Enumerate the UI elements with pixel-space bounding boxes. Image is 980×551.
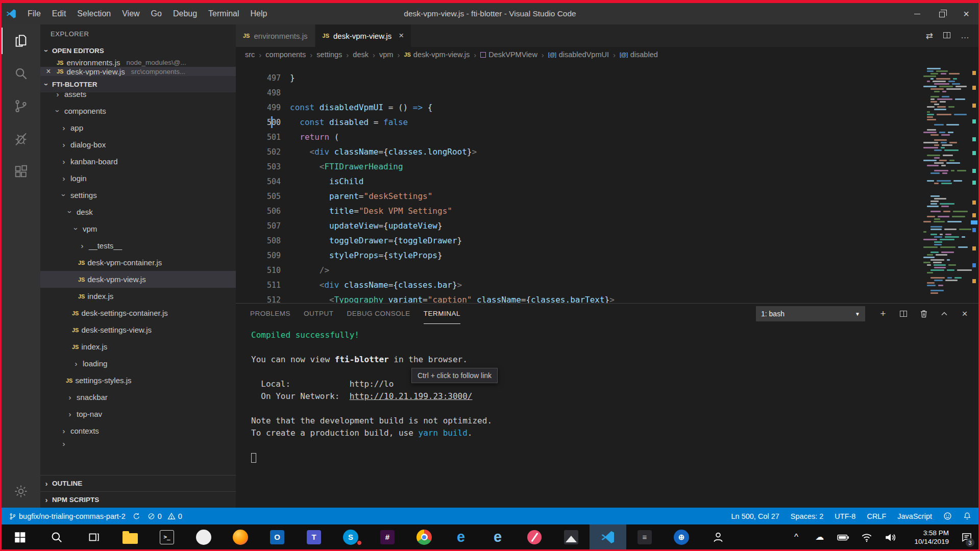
notifications-bell-icon[interactable] — [963, 512, 971, 520]
tree-folder-vpm[interactable]: ›vpm — [40, 220, 236, 237]
tree-file-index.js[interactable]: JSindex.js — [40, 288, 236, 305]
start-button[interactable] — [2, 524, 38, 549]
panel-tab-debug-console[interactable]: DEBUG CONSOLE — [347, 304, 410, 324]
code-line-505[interactable]: 505 parent="deskSettings" — [236, 189, 978, 204]
problems-indicator[interactable]: 0 0 — [148, 512, 182, 520]
code-line-497[interactable]: 497} — [236, 70, 978, 85]
git-branch-indicator[interactable]: bugfix/no-trialing-commas-part-2 — [9, 512, 126, 520]
terminal-picker[interactable]: 1: bash ▼ — [756, 306, 865, 321]
maximize-panel-icon[interactable] — [939, 310, 950, 318]
tab-desk-vpm-view.js[interactable]: JSdesk-vpm-view.js× — [315, 24, 412, 47]
close-editor-icon[interactable]: × — [43, 67, 54, 76]
tab-environments.js[interactable]: JSenvironments.js — [236, 24, 315, 47]
internet-explorer-icon[interactable]: e — [479, 524, 516, 549]
code-line-499[interactable]: 499const disabledVpmUI = () => { — [236, 100, 978, 115]
tree-file-desk-vpm-container.js[interactable]: JSdesk-vpm-container.js — [40, 254, 236, 271]
tree-folder-components[interactable]: ›components — [40, 103, 236, 119]
menu-file[interactable]: File — [22, 3, 46, 24]
task-view-button[interactable] — [75, 524, 112, 549]
code-line-512[interactable]: 512 <Typography variant="caption" classN… — [236, 292, 978, 303]
network-icon[interactable] — [855, 524, 878, 549]
tree-folder-settings[interactable]: ›settings — [40, 187, 236, 204]
open-editors-header[interactable]: › OPEN EDITORS — [40, 43, 236, 58]
vscode-icon[interactable] — [590, 524, 626, 549]
more-actions-icon[interactable]: … — [961, 31, 969, 41]
code-line-500[interactable]: 500 const disabled = false — [236, 115, 978, 130]
encoding[interactable]: UTF-8 — [835, 512, 855, 520]
pinned-app-icon[interactable]: ≡ — [626, 524, 663, 549]
outline-section-header[interactable]: › OUTLINE — [40, 475, 236, 491]
tree-folder-kanban-board[interactable]: ›kanban-board — [40, 153, 236, 170]
tree-folder-desk[interactable]: ›desk — [40, 204, 236, 220]
new-terminal-icon[interactable]: + — [877, 308, 889, 319]
open-editor-item[interactable]: ×JSdesk-vpm-view.jssrc\components... — [40, 67, 236, 76]
kill-terminal-icon[interactable] — [918, 309, 929, 318]
hidden-icons-chevron[interactable]: ^ — [785, 524, 808, 549]
globe-app-icon[interactable]: ⊕ — [663, 524, 700, 549]
tree-folder-dialog-box[interactable]: ›dialog-box — [40, 136, 236, 153]
menu-edit[interactable]: Edit — [46, 3, 72, 24]
code-line-506[interactable]: 506 title="Desk VPM Settings" — [236, 204, 978, 218]
snip-sketch-icon[interactable] — [516, 524, 553, 549]
activity-settings-gear-icon[interactable] — [2, 475, 40, 508]
github-desktop-icon[interactable] — [185, 524, 222, 549]
panel-tab-problems[interactable]: PROBLEMS — [250, 304, 290, 324]
tree-folder-app[interactable]: ›app — [40, 119, 236, 136]
project-section-header[interactable]: › FTI-BLOTTER — [40, 76, 236, 92]
activity-search-icon[interactable] — [2, 57, 40, 90]
volume-icon[interactable] — [878, 524, 902, 549]
tree-file-desk-vpm-view.js[interactable]: JSdesk-vpm-view.js — [40, 271, 236, 288]
battery-icon[interactable] — [831, 524, 855, 549]
tree-file-index.js[interactable]: JSindex.js — [40, 338, 236, 355]
close-panel-icon[interactable]: × — [959, 308, 970, 319]
split-terminal-icon[interactable] — [898, 311, 909, 317]
tree-folder-partial[interactable]: › — [40, 439, 236, 446]
tree-folder-login[interactable]: ›login — [40, 170, 236, 187]
code-line-508[interactable]: 508 toggleDrawer={toggleDrawer} — [236, 233, 978, 248]
menu-view[interactable]: View — [116, 3, 145, 24]
tree-folder-top-nav[interactable]: ›top-nav — [40, 406, 236, 422]
code-line-502[interactable]: 502 <div className={classes.longRoot}> — [236, 144, 978, 159]
breadcrumb-item-settings[interactable]: settings — [316, 51, 342, 59]
breadcrumb-item-components[interactable]: components — [265, 51, 306, 59]
tree-file-settings-styles.js[interactable]: JSsettings-styles.js — [40, 372, 236, 389]
outlook-icon[interactable]: O — [259, 524, 296, 549]
minimap[interactable] — [921, 62, 970, 303]
taskbar-clock[interactable]: 3:58 PM 10/14/2019 — [902, 524, 955, 549]
menu-selection[interactable]: Selection — [71, 3, 116, 24]
menu-help[interactable]: Help — [245, 3, 273, 24]
panel-tab-terminal[interactable]: TERMINAL — [424, 304, 460, 324]
photos-icon[interactable] — [553, 524, 590, 549]
tree-folder-assets[interactable]: ›assets — [40, 92, 236, 103]
eol-sequence[interactable]: CRLF — [867, 512, 886, 520]
onedrive-icon[interactable]: ☁ — [808, 524, 831, 549]
split-editor-icon[interactable] — [943, 31, 950, 41]
chrome-icon[interactable] — [406, 524, 443, 549]
npm-scripts-section-header[interactable]: › NPM SCRIPTS — [40, 491, 236, 508]
skype-icon[interactable]: S — [332, 524, 369, 549]
breadcrumb-item-src[interactable]: src — [245, 51, 255, 59]
code-editor[interactable]: 497}498499const disabledVpmUI = () => {5… — [236, 62, 978, 303]
firefox-icon[interactable] — [222, 524, 259, 549]
breadcrumb-item-desk-vpm-view.js[interactable]: JSdesk-vpm-view.js — [404, 51, 470, 59]
menu-go[interactable]: Go — [145, 3, 167, 24]
open-changes-icon[interactable]: ⇄ — [926, 31, 933, 41]
sync-button[interactable] — [133, 512, 140, 520]
terminal-link[interactable]: http://10.21.199.23:3000/ — [350, 391, 473, 401]
teams-icon[interactable]: T — [296, 524, 332, 549]
breadcrumb-item-disabled[interactable]: [@]disabled — [620, 51, 658, 59]
menu-terminal[interactable]: Terminal — [203, 3, 244, 24]
tree-folder-contexts[interactable]: ›contexts — [40, 422, 236, 439]
edge-icon[interactable]: e — [443, 524, 479, 549]
action-center-button[interactable]: 3 — [955, 524, 978, 549]
open-editor-item[interactable]: JSenvironments.jsnode_modules\@... — [40, 58, 236, 67]
people-button[interactable] — [700, 524, 737, 549]
indentation[interactable]: Spaces: 2 — [791, 512, 824, 520]
command-prompt-icon[interactable]: >_ — [149, 524, 185, 549]
tree-folder-__tests__[interactable]: ›__tests__ — [40, 237, 236, 254]
activity-extensions-icon[interactable] — [2, 155, 40, 188]
close-tab-icon[interactable]: × — [399, 31, 404, 41]
menu-debug[interactable]: Debug — [167, 3, 203, 24]
code-line-504[interactable]: 504 isChild — [236, 174, 978, 189]
restore-button[interactable] — [929, 3, 954, 24]
